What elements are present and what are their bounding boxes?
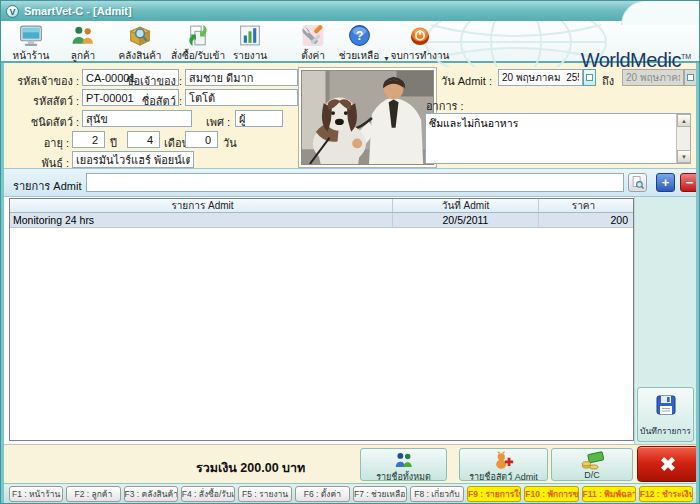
toolbar-item-storefront[interactable]: หน้าร้าน — [5, 23, 57, 63]
cell-item-name: Monitoring 24 hrs — [10, 213, 393, 227]
toolbar-item-help[interactable]: ? ช่วยเหลือ — [333, 23, 385, 63]
search-file-icon — [631, 176, 645, 190]
age-years-field[interactable] — [72, 131, 105, 148]
exit-icon — [408, 23, 432, 48]
toolbar-item-exit[interactable]: จบการทำงาน — [389, 23, 451, 63]
scroll-down-icon[interactable]: ▼ — [677, 150, 691, 163]
corner-tab-shape — [621, 1, 699, 25]
table-row[interactable]: Monitoring 24 hrs 20/5/2011 200 — [10, 213, 633, 228]
fnkey-f9[interactable]: F9 : รายการใหม่ — [467, 486, 521, 502]
age-label: อายุ : — [9, 134, 69, 152]
help-icon: ? — [347, 23, 372, 48]
svg-text:?: ? — [355, 29, 363, 43]
browse-item-button[interactable] — [628, 173, 647, 192]
pet-name-label: ชื่อสัตว์ : — [116, 92, 182, 110]
owner-code-label: รหัสเจ้าของ : — [9, 72, 79, 90]
main-area: รายการ Admit วันที่ Admit ราคา Monitorin… — [4, 197, 698, 444]
window-frame-right — [696, 63, 699, 504]
table-header-row: รายการ Admit วันที่ Admit ราคา — [10, 199, 633, 213]
admit-item-label: รายการ Admit — [13, 177, 81, 195]
function-key-bar: F1 : หน้าร้าน F2 : ลูกค้า F3 : คลังสินค้… — [4, 483, 698, 504]
close-button[interactable] — [637, 446, 699, 482]
dc-button-label: D/C — [552, 470, 632, 480]
customers-icon — [70, 23, 96, 48]
scroll-up-icon[interactable]: ▲ — [677, 114, 691, 127]
total-amount: รวมเงิน 200.00 บาท — [196, 458, 305, 478]
reports-icon — [237, 23, 263, 48]
fnkey-f11[interactable]: F11 : พิมพ์ฉลาก — [582, 486, 636, 502]
trademark-symbol: TM — [681, 53, 691, 60]
add-item-button[interactable]: + — [656, 173, 675, 192]
inventory-icon — [127, 23, 153, 48]
people-icon — [393, 451, 415, 470]
admit-pets-button[interactable]: รายชื่อสัตว์ Admit — [459, 448, 548, 481]
owner-name-field[interactable] — [185, 69, 298, 86]
sex-label: เพศ : — [194, 113, 230, 131]
storefront-icon — [18, 23, 44, 48]
save-button-label: บันทึกรายการ — [638, 424, 693, 438]
fnkey-f12[interactable]: F12 : ชำระเงิน — [639, 486, 693, 502]
fnkey-f10[interactable]: F10 : พักการขาย — [524, 486, 578, 502]
admit-item-input[interactable] — [86, 173, 624, 192]
column-header-date[interactable]: วันที่ Admit — [393, 199, 539, 212]
age-months-field[interactable] — [127, 131, 160, 148]
toolbar-item-settings[interactable]: ตั้งค่า — [287, 23, 339, 63]
purchase-icon — [185, 23, 211, 48]
age-days-unit: วัน — [223, 134, 249, 152]
bottom-bar: รวมเงิน 200.00 บาท รายชื่อทั้งหมด รายชื่… — [4, 444, 698, 483]
patient-photo-image — [301, 70, 434, 165]
sex-field[interactable] — [235, 110, 283, 127]
symptoms-textarea[interactable]: ซึมและไม่กินอาหาร — [426, 114, 677, 163]
species-field[interactable] — [82, 110, 192, 127]
save-button[interactable]: บันทึกรายการ — [637, 387, 694, 442]
species-label: ชนิดสัตว์ : — [9, 113, 79, 131]
admit-pets-button-label: รายชื่อสัตว์ Admit — [460, 470, 547, 484]
worldmedic-logo: WorldMedicTM — [581, 49, 691, 72]
toolbar-item-reports[interactable]: รายงาน — [223, 23, 277, 63]
settings-icon — [300, 23, 326, 48]
dc-button[interactable]: D/C — [551, 448, 633, 481]
right-panel: บันทึกรายการ — [634, 197, 698, 444]
to-label: ถึง — [602, 72, 622, 90]
symptoms-box: ซึมและไม่กินอาหาร ▲ ▼ — [425, 113, 691, 164]
close-x-icon — [655, 451, 681, 477]
age-years-unit: ปี — [110, 134, 124, 152]
window-title: SmartVet-C - [Admit] — [24, 5, 132, 17]
owner-name-label: ชื่อเจ้าของ : — [116, 72, 182, 90]
symptoms-scrollbar[interactable]: ▲ ▼ — [676, 114, 690, 163]
admit-item-bar: รายการ Admit + − — [4, 168, 698, 197]
fnkey-f2[interactable]: F2 : ลูกค้า — [66, 486, 120, 502]
fnkey-f5[interactable]: F5 : รายงาน — [238, 486, 292, 502]
admit-form: รหัสเจ้าของ : ชื่อเจ้าของ : รหัสสัตว์ : … — [4, 63, 698, 168]
fnkey-f8[interactable]: F8 : เกี่ยวกับ — [410, 486, 464, 502]
fnkey-f3[interactable]: F3 : คลังสินค้า — [124, 486, 178, 502]
fnkey-f7[interactable]: F7 : ช่วยเหลือ — [353, 486, 407, 502]
all-list-button[interactable]: รายชื่อทั้งหมด — [360, 448, 447, 481]
calendar-icon — [586, 74, 593, 81]
title-bar: V SmartVet-C - [Admit] — [1, 1, 700, 21]
patient-photo — [298, 67, 437, 168]
breed-field[interactable] — [72, 151, 194, 168]
window-frame-left — [1, 63, 4, 504]
age-days-field[interactable] — [185, 131, 218, 148]
toolbar-item-inventory[interactable]: คลังสินค้า — [111, 23, 169, 63]
pet-name-field[interactable] — [185, 89, 298, 106]
column-header-price[interactable]: ราคา — [539, 199, 631, 212]
pet-code-label: รหัสสัตว์ : — [9, 92, 79, 110]
toolbar-item-customers[interactable]: ลูกค้า — [57, 23, 109, 63]
app-logo-icon: V — [6, 5, 19, 18]
floppy-disk-icon — [654, 393, 678, 417]
column-header-item[interactable]: รายการ Admit — [10, 199, 393, 212]
toolbar-item-purchase[interactable]: สั่งซื้อ/รับเข้า — [165, 23, 231, 63]
admit-date-from-field[interactable] — [498, 69, 583, 86]
admit-items-table: รายการ Admit วันที่ Admit ราคา Monitorin… — [9, 198, 634, 441]
fnkey-f4[interactable]: F4 : สั่งซื้อ/รับเข้า — [181, 486, 235, 502]
fnkey-f1[interactable]: F1 : หน้าร้าน — [9, 486, 63, 502]
cell-price: 200 — [539, 213, 631, 227]
pet-cross-icon — [493, 451, 515, 470]
all-list-button-label: รายชื่อทั้งหมด — [361, 470, 446, 484]
fnkey-f6[interactable]: F6 : ตั้งค่า — [295, 486, 349, 502]
calendar-icon — [687, 74, 694, 81]
admit-date-label: วัน Admit : — [441, 72, 499, 90]
money-icon — [580, 451, 604, 470]
